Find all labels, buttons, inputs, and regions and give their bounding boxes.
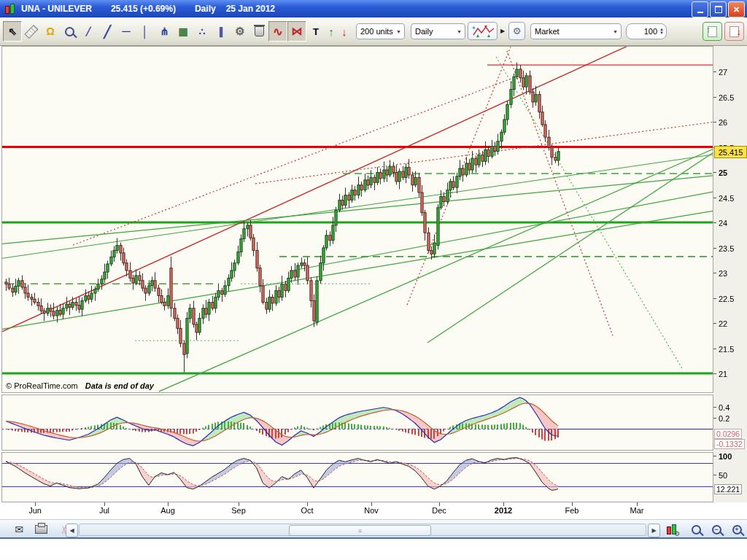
horizontal-line-tool-icon: ─ (122, 25, 130, 38)
copyright-text: © ProRealTime.com (6, 381, 78, 390)
pattern-recognition-icon: ✦ (471, 24, 495, 39)
macd-signal-value-label: 0.0296 (714, 429, 742, 439)
text-tool-button[interactable]: T (306, 21, 325, 42)
macd-value-label: -0.1332 (714, 439, 745, 449)
stochastic-value-label: 12.221 (714, 484, 742, 494)
title-period: Daily (195, 4, 216, 14)
down-arrow-marker-icon: ↓ (341, 26, 347, 38)
market-select[interactable]: Market ▼ (530, 23, 622, 39)
fit-zoom-icon[interactable] (689, 523, 703, 536)
fan-lines-tool-icon: ⋔ (160, 26, 169, 37)
sell-button[interactable]: ↓ (724, 22, 744, 41)
buy-button[interactable]: ↑ (703, 22, 722, 41)
title-date: 25 Jan 2012 (226, 4, 275, 14)
bottom-toolbar: ✉ ✂ ◀ ≡ ▶ ⚙ − + (0, 519, 747, 539)
text-tool-icon: T (313, 26, 319, 37)
segment-tool-icon: ╱ (86, 27, 91, 36)
zoom-out-icon[interactable]: − (709, 523, 724, 536)
segment-tool-button[interactable]: ╱ (79, 21, 98, 42)
chart-options-button[interactable]: ⚙ (508, 22, 525, 40)
delete-drawings-button[interactable] (249, 21, 268, 42)
units-value: 200 units (360, 27, 393, 36)
chevron-down-icon: ▼ (454, 29, 465, 34)
email-chart-icon[interactable]: ✉ (12, 523, 26, 536)
chart-canvas[interactable] (0, 0, 747, 560)
tools-settings-button[interactable]: ⚙ (231, 21, 249, 42)
scroll-right-button[interactable]: ▶ (648, 524, 660, 537)
delete-drawings-icon (255, 26, 264, 36)
trendline-tool-button[interactable]: ╱ (98, 21, 117, 42)
pattern-triangles-button[interactable]: ⋈ (287, 21, 306, 42)
main-toolbar: 200 units ▼ Daily ▼ ✦ ▶ ⚙ Market ▼ 100 ▲ (0, 18, 747, 46)
up-arrow-marker-icon: ↑ (328, 26, 334, 38)
stepper-arrows-icon[interactable]: ▲▼ (659, 28, 664, 35)
zoom-tool-icon (65, 27, 74, 36)
market-value: Market (535, 27, 560, 36)
zoom-in-icon[interactable]: + (729, 523, 744, 536)
fan-lines-tool-button[interactable]: ⋔ (155, 21, 174, 42)
zigzag-indicator-button[interactable]: ∿ (268, 21, 287, 42)
horizontal-line-tool-button[interactable]: ─ (117, 21, 136, 42)
trendline-tool-icon: ╱ (104, 25, 111, 39)
scroll-left-button[interactable]: ◀ (66, 524, 78, 537)
title-price: 25.415 (+0.69%) (111, 4, 176, 14)
app-candlestick-icon (4, 3, 17, 15)
time-scrollbar[interactable]: ≡ (79, 524, 646, 536)
ruler-tool-button[interactable] (22, 21, 41, 42)
chevron-down-icon: ▼ (610, 29, 621, 34)
alarm-tool-button[interactable]: Ω (41, 21, 60, 42)
vertical-line-tool-icon: │ (142, 26, 148, 38)
period-value: Daily (415, 27, 433, 36)
annotate-chart-tool-icon: ▦ (178, 26, 187, 37)
application-window: UNA - UNILEVER 25.415 (+0.69%) Daily 25 … (0, 0, 747, 560)
zoom-tool-button[interactable] (60, 21, 79, 42)
down-arrow-marker-button[interactable]: ↓ (338, 21, 350, 42)
print-icon[interactable] (34, 523, 48, 536)
points-tool-button[interactable]: ∴ (193, 21, 212, 42)
title-symbol: UNA - UNILEVER (21, 4, 92, 14)
chevron-down-icon: ▼ (393, 29, 404, 34)
expand-arrow-icon[interactable]: ▶ (500, 28, 505, 34)
alarm-tool-icon: Ω (46, 26, 54, 37)
annotate-chart-tool-button[interactable]: ▦ (174, 21, 193, 42)
data-note: Data is end of day (85, 381, 154, 390)
scrollbar-thumb[interactable]: ≡ (289, 525, 431, 536)
pointer-tool-button[interactable]: ⇖ (3, 21, 22, 42)
tools-settings-icon: ⚙ (235, 25, 244, 38)
period-select[interactable]: Daily ▼ (411, 23, 465, 39)
ruler-tool-icon (24, 24, 38, 38)
points-tool-icon: ∴ (199, 26, 205, 37)
minimize-button[interactable] (692, 1, 708, 18)
window-titlebar[interactable]: UNA - UNILEVER 25.415 (+0.69%) Daily 25 … (0, 0, 747, 18)
parallel-lines-tool-button[interactable]: ∥ (212, 21, 231, 42)
pointer-tool-icon: ⇖ (8, 26, 17, 37)
parallel-lines-tool-icon: ∥ (219, 26, 224, 37)
quantity-value: 100 (644, 27, 657, 36)
close-button[interactable]: ✕ (728, 1, 745, 18)
up-arrow-marker-button[interactable]: ↑ (325, 21, 337, 42)
restore-button[interactable] (710, 1, 727, 18)
chart-settings-icon[interactable]: ⚙ (664, 523, 678, 536)
pattern-triangles-icon: ⋈ (292, 25, 303, 38)
quantity-stepper[interactable]: 100 ▲▼ (626, 23, 667, 39)
wrench-icon: ⚙ (513, 26, 522, 36)
units-select[interactable]: 200 units ▼ (356, 23, 405, 39)
copyright-note: © ProRealTime.comData is end of day (6, 381, 154, 390)
svg-text:✦: ✦ (471, 25, 476, 31)
pattern-recognition-button[interactable]: ✦ (468, 22, 498, 40)
zigzag-indicator-icon: ∿ (273, 25, 282, 39)
vertical-line-tool-button[interactable]: │ (136, 21, 155, 42)
last-price-label: 25.415 (714, 146, 747, 158)
